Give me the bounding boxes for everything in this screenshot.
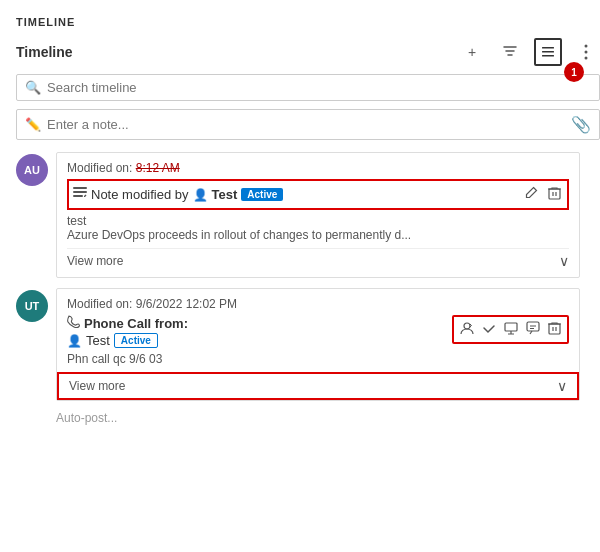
chat-button[interactable] [524,319,542,340]
search-icon: 🔍 [25,80,41,95]
search-bar: 🔍 [16,74,600,101]
note-modified-icon [73,187,87,202]
add-button[interactable]: + [458,38,486,66]
edit-note-button[interactable] [522,184,540,205]
view-more-label-2: View more [69,379,125,393]
user-icon-2: 👤 [67,334,82,348]
item-content-1: test Azure DevOps proceeds in rollout of… [67,214,569,242]
phone-icon [67,315,80,331]
phone-title-left: Phone Call from: 👤 Test Active [67,315,188,348]
svg-rect-9 [549,189,560,199]
badge-1: 1 [564,62,584,82]
delete-phone-button[interactable] [546,319,563,340]
note-input-bar: ✏️ 📎 [16,109,600,140]
phone-call-label: Phone Call from: [84,316,188,331]
user-icon: 👤 [193,188,208,202]
toolbar-label: Timeline [16,44,458,60]
search-input[interactable] [47,80,591,95]
view-more-label-1: View more [67,254,123,268]
list-view-button[interactable] [534,38,562,66]
svg-rect-7 [73,191,87,193]
item-modified-1: Modified on: 8:12 AM [67,161,569,175]
active-badge-2: Active [114,333,158,348]
svg-rect-11 [505,323,517,331]
username-2: Test [86,333,110,348]
svg-rect-0 [542,47,554,49]
content-line1: test [67,214,569,228]
attach-icon[interactable]: 📎 [571,115,591,134]
footer-label: Auto-post... [16,411,600,425]
svg-rect-6 [73,187,87,189]
svg-rect-8 [73,195,83,197]
item-title-row-1: Note modified by 👤 Test Active [67,179,569,210]
chevron-down-icon-2: ∨ [557,378,567,394]
note-modified-label: Note modified by [91,187,189,202]
view-more-1[interactable]: View more ∨ [67,248,569,269]
note-input[interactable] [47,117,565,132]
timeline-item-1: AU Modified on: 8:12 AM [16,152,600,278]
assign-button[interactable] [458,319,476,340]
item-title-1: Note modified by 👤 Test Active [73,187,283,202]
item-actions-1 [522,184,563,205]
delete-note-button[interactable] [546,184,563,205]
computer-button[interactable] [502,319,520,340]
phone-title: Phone Call from: [67,315,188,331]
item-card-1: Modified on: 8:12 AM [56,152,580,278]
timeline-item-2: UT Modified on: 9/6/2022 12:02 PM [16,288,600,401]
toolbar: Timeline + [16,38,600,66]
section-title: TIMELINE [16,16,600,28]
svg-rect-13 [549,324,560,334]
svg-rect-2 [542,55,554,57]
view-more-2[interactable]: View more ∨ [57,372,579,400]
item-content-2: Phn call qc 9/6 03 [67,352,569,366]
active-badge-1: Active [241,188,283,201]
username-1: Test [212,187,238,202]
item-modified-2: Modified on: 9/6/2022 12:02 PM [67,297,569,311]
svg-point-4 [585,51,588,54]
item-card-2: Modified on: 9/6/2022 12:02 PM Phone Cal… [56,288,580,401]
page-container: TIMELINE Timeline + [0,0,600,425]
check-button[interactable] [480,319,498,340]
content-line2: Azure DevOps proceeds in rollout of chan… [67,228,569,242]
svg-rect-1 [542,51,554,53]
phone-actions-box [452,315,569,344]
svg-point-5 [585,57,588,60]
avatar-au: AU [16,154,48,186]
chevron-down-icon-1: ∨ [559,253,569,269]
phone-title-row: Phone Call from: 👤 Test Active [67,315,569,348]
avatar-ut: UT [16,290,48,322]
svg-point-10 [464,323,470,329]
svg-point-3 [585,45,588,48]
pencil-icon: ✏️ [25,117,41,132]
filter-button[interactable] [496,38,524,66]
main-content: TIMELINE Timeline + [0,0,600,425]
